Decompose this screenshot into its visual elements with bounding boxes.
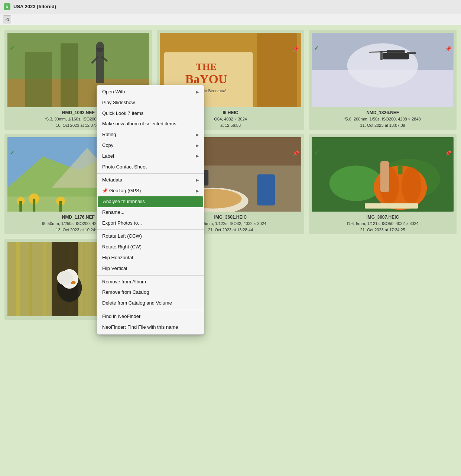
svg-rect-6 [96, 48, 104, 83]
svg-rect-22 [380, 51, 383, 60]
arrow-icon-geotag: ▶ [196, 188, 199, 194]
svg-point-7 [96, 42, 104, 52]
separator-2 [97, 229, 204, 230]
svg-rect-15 [257, 33, 297, 107]
svg-rect-49 [398, 165, 403, 174]
menu-item-label[interactable]: Label ▶ [97, 151, 204, 162]
titlebar: N USA 2023 (filtered) [0, 0, 461, 13]
pin-mark-6: 📌 [445, 150, 451, 156]
filename-2: I6.HEIC [214, 109, 247, 116]
arrow-icon-metadata: ▶ [196, 177, 199, 184]
svg-rect-4 [25, 52, 52, 107]
svg-point-48 [402, 167, 421, 204]
menu-item-play-slideshow[interactable]: Play Slideshow [97, 97, 204, 108]
menu-item-find-neofinder[interactable]: Find in NeoFinder [97, 311, 204, 322]
menu-item-rotate-left[interactable]: Rotate Left (CCW) [97, 231, 204, 242]
menu-item-open-with[interactable]: Open With ▶ [97, 87, 204, 97]
svg-rect-28 [33, 199, 35, 212]
svg-rect-54 [30, 242, 32, 316]
photo-meta-2: I6.HEIC O64, 4032 × 3024 at 12:56:53 [214, 109, 247, 128]
menu-item-remove-catalog[interactable]: Remove from Catalog [97, 287, 204, 298]
photo-meta-3: NMD_1826.NEF f5.6, 200mm, 1/50s, ISO200,… [345, 109, 421, 128]
separator-4 [97, 310, 204, 310]
arrow-icon-rating: ▶ [196, 132, 199, 138]
menu-item-copy[interactable]: Copy ▶ [97, 140, 204, 151]
toolbar: ◁ [0, 13, 461, 25]
svg-point-67 [57, 271, 73, 285]
check-mark-4: ✓ [10, 149, 14, 156]
meta-line1-3: f5.6, 200mm, 1/50s, ISO200, 4288 × 2848 [345, 116, 421, 122]
menu-item-make-album[interactable]: Make new album of selected items [97, 119, 204, 129]
pin-icon-geotag: 📌 [102, 187, 108, 194]
pin-mark-3: 📌 [445, 46, 451, 52]
meta-line1-2: O64, 4032 × 3024 [214, 116, 247, 122]
menu-item-analyse-thumbnails[interactable]: Analyse thumbnails [98, 196, 203, 207]
check-mark-6: ✓ [314, 149, 319, 156]
svg-rect-53 [16, 242, 20, 316]
menu-item-rename[interactable]: Rename... [97, 207, 204, 218]
photo-thumb-3 [312, 33, 454, 107]
menu-item-geotag[interactable]: 📌 GeoTag (GPS) ▶ [97, 186, 204, 196]
filename-3: NMD_1826.NEF [345, 109, 421, 116]
meta-line2-2: at 12:56:53 [214, 122, 247, 129]
menu-item-neofinder-find[interactable]: NeoFinder: Find File with this name [97, 322, 204, 333]
window-title: USA 2023 (filtered) [13, 4, 56, 9]
arrow-icon-open-with: ▶ [196, 89, 199, 96]
svg-rect-5 [61, 43, 78, 107]
svg-text:N: N [6, 5, 9, 9]
svg-point-18 [347, 43, 418, 87]
svg-rect-58 [83, 242, 85, 316]
menu-item-quick-look[interactable]: Quick Look 7 Items [97, 108, 204, 119]
filename-6: IMG_3607.HEIC [347, 214, 419, 221]
svg-rect-39 [257, 174, 275, 205]
arrow-icon-copy: ▶ [196, 142, 199, 149]
meta-line1-5: f1.6, 5mm, 1/122s, ISO32, 4032 × 3024 [195, 221, 266, 227]
menu-item-delete-catalog[interactable]: Delete from Catalog and Volume [97, 298, 204, 309]
svg-rect-32 [19, 201, 22, 212]
check-mark-1: ✓ [10, 45, 14, 52]
meta-line2-6: 21. Oct 2023 at 17:34:25 [347, 227, 419, 233]
filename-5: IMG_3601.HEIC [195, 214, 266, 221]
photo-cell-6[interactable]: ✓ 📌 IMG_3607.HEIC f1.6, 5mm, 1/121s, ISO… [309, 134, 457, 234]
meta-line1-6: f1.6, 5mm, 1/121s, ISO50, 4032 × 3024 [347, 221, 419, 227]
menu-item-export-photos[interactable]: Export Photos to... [97, 218, 204, 229]
separator-1 [97, 173, 204, 174]
svg-rect-20 [383, 53, 409, 60]
arrow-icon-label: ▶ [196, 153, 199, 160]
menu-item-flip-vertical[interactable]: Flip Vertical [97, 263, 204, 274]
pin-mark-5: 📌 [293, 150, 299, 156]
photo-image-3 [312, 33, 454, 107]
svg-rect-50 [380, 161, 389, 192]
menu-item-rotate-right[interactable]: Rotate Right (CW) [97, 242, 204, 253]
meta-line2-3: 11. Oct 2023 at 18:07:09 [345, 122, 421, 129]
menu-item-metadata[interactable]: Metadata ▶ [97, 175, 204, 186]
menu-item-remove-album[interactable]: Remove from Album [97, 277, 204, 287]
photo-meta-6: IMG_3607.HEIC f1.6, 5mm, 1/121s, ISO50, … [347, 214, 419, 233]
meta-line2-5: 21. Oct 2023 at 13:28:44 [195, 227, 266, 233]
photo-image-6 [312, 137, 454, 212]
menu-item-flip-horizontal[interactable]: Flip Horizontal [97, 253, 204, 263]
photo-cell-3[interactable]: ✓ 📌 NMD_1826.NEF f5.6, 200mm, 1/50s, ISO… [309, 30, 457, 130]
check-mark-3: ✓ [314, 45, 319, 52]
svg-rect-55 [43, 242, 46, 316]
photo-grid: ✓ NMD_1092.NEF f6.3, 90mm, 1/160s, ISO20… [0, 25, 461, 324]
svg-text:BaYOU: BaYOU [185, 72, 227, 86]
photo-thumb-6 [312, 137, 454, 212]
context-menu: Open With ▶ Play Slideshow Quick Look 7 … [97, 85, 204, 335]
pin-mark-2: 📌 [293, 46, 299, 52]
svg-text:THE: THE [196, 61, 216, 72]
svg-rect-51 [365, 203, 418, 209]
menu-item-rating[interactable]: Rating ▶ [97, 129, 204, 140]
svg-rect-30 [59, 201, 62, 212]
app-icon: N [4, 3, 10, 10]
menu-item-photo-contact[interactable]: Photo Contact Sheet [97, 162, 204, 173]
separator-3 [97, 275, 204, 276]
back-button[interactable]: ◁ [3, 15, 11, 23]
photo-meta-5: IMG_3601.HEIC f1.6, 5mm, 1/122s, ISO32, … [195, 214, 266, 233]
svg-rect-21 [407, 52, 416, 54]
